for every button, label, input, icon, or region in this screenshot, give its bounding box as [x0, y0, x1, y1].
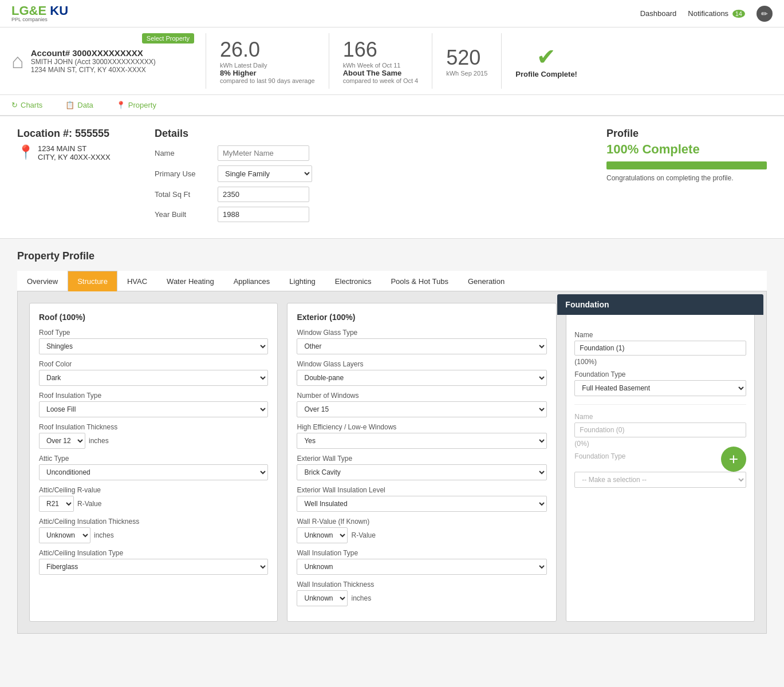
tab-appliances[interactable]: Appliances	[224, 271, 280, 291]
property-tabs: Overview Structure HVAC Water Heating Ap…	[17, 271, 767, 291]
location-address: 1234 MAIN ST CITY, KY 40XX-XXXX	[38, 144, 111, 161]
meter-name-input[interactable]	[218, 145, 309, 161]
tab-pools[interactable]: Pools & Hot Tubs	[381, 271, 458, 291]
window-glass-layers-label: Window Glass Layers	[297, 360, 547, 368]
roof-color-select[interactable]: DarkMediumLight	[39, 370, 268, 386]
foundation-1-name-input[interactable]	[574, 341, 746, 356]
details-block: Details Name Primary Use Single Family M…	[155, 128, 584, 227]
stat-daily-label: kWh Latest Daily	[220, 62, 315, 69]
notifications-link[interactable]: Notifications 14	[688, 9, 745, 18]
stat-weekly-highlight: About The Same	[343, 69, 418, 77]
stat-daily-sub: compared to last 90 days average	[220, 77, 315, 84]
attic-type-label: Attic Type	[39, 455, 268, 463]
add-foundation-button[interactable]: +	[721, 447, 746, 472]
foundation-1-type-select[interactable]: Full Heated Basement Slab Crawl Space No…	[574, 380, 746, 396]
window-glass-layers-field: Window Glass Layers Double-paneSingle-pa…	[297, 360, 547, 386]
foundation-1-pct: (100%)	[574, 358, 746, 366]
detail-label-name: Name	[155, 149, 218, 157]
foundation-2-name-input[interactable]	[574, 423, 746, 437]
notification-badge: 14	[732, 10, 745, 18]
window-glass-type-label: Window Glass Type	[297, 329, 547, 337]
logo-lge: LG&E	[11, 3, 46, 18]
attic-type-select[interactable]: UnconditionedConditionedNone	[39, 464, 268, 480]
account-tabs: ↻ Charts 📋 Data 📍 Property	[0, 95, 784, 116]
location-block: Location #: 555555 📍 1234 MAIN ST CITY, …	[17, 128, 132, 227]
stat-daily-value: 26.0	[220, 38, 315, 62]
logo-area: LG&E KU PPL companies	[11, 5, 68, 22]
tab-generation[interactable]: Generation	[458, 271, 514, 291]
dashboard-link[interactable]: Dashboard	[640, 9, 677, 18]
roof-insulation-thickness-select[interactable]: Over 126-12Under 6	[39, 433, 85, 449]
location-title: Location #: 555555	[17, 128, 132, 140]
tab-property[interactable]: 📍 Property	[105, 95, 168, 116]
foundation-1-type-label: Foundation Type	[574, 370, 746, 378]
account-info-block: ⌂ Account# 3000XXXXXXXXX SMITH JOHN (Acc…	[11, 33, 206, 89]
high-efficiency-select[interactable]: YesNoUnknown	[297, 433, 547, 449]
detail-row-year: Year Built	[155, 207, 584, 222]
property-content: Roof (100%) Roof Type ShinglesMetalTile …	[17, 291, 767, 634]
exterior-wall-type-label: Exterior Wall Type	[297, 455, 547, 463]
attic-rvalue-label: Attic/Ceiling R-value	[39, 486, 268, 494]
high-efficiency-label: High Efficiency / Low-e Windows	[297, 423, 547, 431]
property-icon: 📍	[116, 101, 125, 109]
select-property-button[interactable]: Select Property	[142, 33, 194, 44]
wall-insulation-type-select[interactable]: UnknownFiberglassFoam	[297, 559, 547, 575]
primary-use-select[interactable]: Single Family Multi Family Commercial	[218, 165, 312, 182]
roof-insulation-type-field: Roof Insulation Type Loose FillBattNone	[39, 392, 268, 417]
wall-insulation-thickness-select[interactable]: Unknown2 inches4 inches	[297, 590, 348, 606]
attic-rvalue-select[interactable]: R21R30R38	[39, 496, 74, 512]
progress-bar-inner	[606, 161, 767, 169]
stat-weekly-sub: compared to week of Oct 4	[343, 77, 418, 84]
attic-insulation-type-select[interactable]: FiberglassCelluloseFoam	[39, 559, 268, 575]
window-glass-layers-select[interactable]: Double-paneSingle-paneTriple-pane	[297, 370, 547, 386]
exterior-wall-type-field: Exterior Wall Type Brick CavityWood Fram…	[297, 455, 547, 480]
tab-charts[interactable]: ↻ Charts	[0, 95, 54, 116]
account-details: Account# 3000XXXXXXXXX SMITH JOHN (Acct …	[31, 48, 156, 74]
nav-right: Dashboard Notifications 14 ✏	[640, 6, 773, 22]
num-windows-select[interactable]: Over 1510-155-10	[297, 401, 547, 417]
roof-insulation-thickness-field: Roof Insulation Thickness Over 126-12Und…	[39, 423, 268, 449]
tab-water-heating[interactable]: Water Heating	[157, 271, 224, 291]
foundation-panel: Foundation Name (100%) Foundation Type F…	[566, 303, 755, 622]
window-glass-type-select[interactable]: OtherSingleDouble	[297, 338, 547, 354]
wall-insulation-thickness-unit: inches	[351, 594, 371, 602]
user-icon[interactable]: ✏	[757, 6, 773, 22]
wall-rvalue-select[interactable]: UnknownR13R19	[297, 527, 348, 543]
wall-insulation-type-field: Wall Insulation Type UnknownFiberglassFo…	[297, 549, 547, 575]
roof-insulation-thickness-row: Over 126-12Under 6 inches	[39, 433, 268, 449]
house-icon: ⌂	[11, 49, 24, 73]
tab-electronics[interactable]: Electronics	[325, 271, 381, 291]
high-efficiency-field: High Efficiency / Low-e Windows YesNoUnk…	[297, 423, 547, 449]
attic-thickness-label: Attic/Ceiling Insulation Thickness	[39, 518, 268, 526]
roof-panel-header: Roof (100%)	[39, 313, 268, 322]
attic-insulation-type-field: Attic/Ceiling Insulation Type Fiberglass…	[39, 549, 268, 575]
profile-percent-label: 100% Complete	[606, 142, 767, 157]
foundation-section-1: Name (100%) Foundation Type Full Heated …	[574, 331, 746, 405]
wall-insulation-type-label: Wall Insulation Type	[297, 549, 547, 557]
roof-insulation-type-select[interactable]: Loose FillBattNone	[39, 401, 268, 417]
tab-overview[interactable]: Overview	[17, 271, 68, 291]
tab-lighting[interactable]: Lighting	[279, 271, 325, 291]
stat-block-daily: 26.0 kWh Latest Daily 8% Higher compared…	[206, 33, 329, 89]
profile-note: Congratulations on completing the profil…	[606, 174, 767, 182]
logo: LG&E KU PPL companies	[11, 5, 68, 22]
detail-row-name: Name	[155, 145, 584, 161]
property-profile-title: Property Profile	[17, 250, 767, 262]
exterior-wall-type-select[interactable]: Brick CavityWood FrameMetal Frame	[297, 464, 547, 480]
account-name: SMITH JOHN (Acct 3000XXXXXXXXXX)	[31, 58, 156, 66]
year-built-input[interactable]	[218, 207, 309, 222]
exterior-wall-insulation-select[interactable]: Well InsulatedAveragePoor	[297, 496, 547, 512]
attic-thickness-row: Unknown6 inches12 inches inches	[39, 527, 268, 543]
wall-rvalue-label: Wall R-Value (If Known)	[297, 518, 547, 526]
foundation-2-type-select[interactable]: -- Make a selection -- Full Heated Basem…	[574, 472, 746, 488]
foundation-1-name-label: Name	[574, 331, 746, 339]
sqft-input[interactable]	[218, 187, 309, 202]
foundation-2-pct: (0%)	[574, 440, 746, 448]
tab-hvac[interactable]: HVAC	[117, 271, 157, 291]
tab-data[interactable]: 📋 Data	[54, 95, 104, 116]
tab-structure[interactable]: Structure	[68, 271, 117, 291]
num-windows-label: Number of Windows	[297, 392, 547, 400]
roof-type-select[interactable]: ShinglesMetalTile	[39, 338, 268, 354]
attic-thickness-select[interactable]: Unknown6 inches12 inches	[39, 527, 90, 543]
detail-label-primary-use: Primary Use	[155, 169, 218, 178]
